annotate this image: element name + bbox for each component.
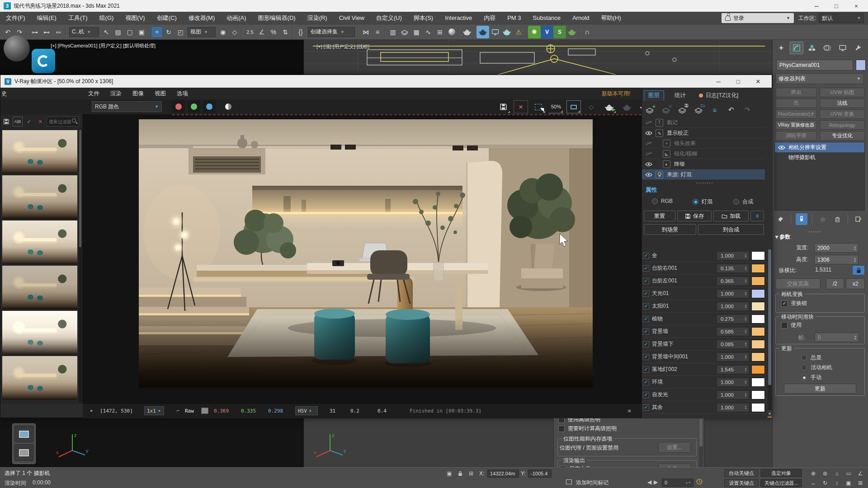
- material-editor-icon[interactable]: [446, 26, 458, 38]
- vfb-menu-image[interactable]: 图像: [127, 90, 149, 98]
- lightmix-row[interactable]: 全1.000▲▼: [643, 249, 765, 262]
- menu-modifiers[interactable]: 修改器(M): [183, 12, 221, 24]
- set-key-button[interactable]: 设置关键点: [724, 479, 759, 487]
- history-thumbnail[interactable]: [2, 311, 77, 355]
- lightmix-value-field[interactable]: 1.000▲▼: [717, 302, 749, 311]
- lightmix-color-swatch[interactable]: [751, 365, 765, 374]
- delete-layer-icon[interactable]: ×: [660, 104, 672, 115]
- layer-row-display-correction[interactable]: ∿显示校正: [642, 128, 765, 138]
- select-by-name-icon[interactable]: ▤: [112, 26, 124, 38]
- key-filters-button[interactable]: 关键点过滤器...: [760, 479, 802, 487]
- make-unique-icon[interactable]: ◎: [817, 213, 829, 225]
- to-composite-button[interactable]: 到合成: [698, 224, 764, 235]
- lightmix-row[interactable]: 天光011.000▲▼: [643, 287, 765, 300]
- named-selection-set-dropdown[interactable]: 创建选择集▼: [308, 27, 355, 37]
- lightmix-checkbox[interactable]: [643, 265, 649, 272]
- lightmix-row[interactable]: 落地灯0021.545▲▼: [643, 363, 765, 376]
- close-button[interactable]: ×: [846, 0, 866, 12]
- vfb-canvas[interactable]: [83, 114, 642, 404]
- lightmix-checkbox[interactable]: [643, 392, 649, 398]
- modifier-button-uvwxform[interactable]: UVW 变换: [820, 109, 865, 119]
- bind-spacewarp-icon[interactable]: ∾: [52, 26, 64, 38]
- history-thumbnail[interactable]: [2, 175, 77, 219]
- rendered-image[interactable]: [139, 119, 593, 388]
- next-key-icon[interactable]: ▶: [654, 479, 658, 485]
- lightmix-checkbox[interactable]: [643, 328, 649, 335]
- probe-size-dropdown[interactable]: 1x1▼: [144, 406, 164, 415]
- panel-splitter[interactable]: ••••••: [809, 230, 822, 234]
- palette-button-2[interactable]: [14, 444, 33, 461]
- double-button[interactable]: x2: [846, 278, 865, 289]
- transform-lock-checkbox[interactable]: [781, 300, 788, 307]
- schematic-view-icon[interactable]: ⊞: [434, 26, 446, 38]
- render-production-icon[interactable]: [501, 26, 513, 38]
- history-thumbnail[interactable]: [2, 130, 77, 174]
- lightmix-value-field[interactable]: 1.000▲▼: [717, 403, 749, 412]
- lightmix-color-swatch[interactable]: [751, 352, 765, 361]
- plugin-button[interactable]: [32, 49, 55, 73]
- current-frame-field[interactable]: 0▲▼: [662, 479, 693, 487]
- viewport-layout-icon[interactable]: ⊞: [854, 479, 866, 487]
- lightmix-checkbox[interactable]: [643, 404, 649, 411]
- menu-rendering[interactable]: 渲染(R): [302, 12, 333, 24]
- green-channel-icon[interactable]: [188, 100, 200, 113]
- render-last-icon[interactable]: ▶: [602, 100, 616, 113]
- lightmix-row[interactable]: 植物0.275▲▼: [643, 313, 765, 325]
- lightmix-scrollbar[interactable]: ▼: [768, 249, 772, 418]
- menu-content[interactable]: 内容: [478, 12, 501, 24]
- layer-row-sharpen-blur[interactable]: ◣锐化/模糊: [642, 149, 765, 159]
- lightmix-row[interactable]: 环境1.000▲▼: [643, 376, 765, 389]
- modifier-button-vray-displacement[interactable]: VRay 置换修改器: [775, 120, 817, 130]
- lightmix-color-swatch[interactable]: [751, 314, 765, 324]
- menu-graph-editors[interactable]: 图形编辑器(D): [252, 12, 302, 24]
- use-adv-lighting-row[interactable]: 使用高级照明: [558, 418, 600, 423]
- update-notice[interactable]: 新版本可用!: [602, 90, 630, 98]
- width-field[interactable]: 2000▲▼: [814, 243, 859, 253]
- lightmix-checkbox[interactable]: [643, 253, 649, 259]
- menu-substance[interactable]: Substance: [527, 12, 566, 24]
- modifier-button-floorgenerator[interactable]: FloorGenerator[才: [775, 109, 817, 119]
- tab-hierarchy-icon[interactable]: [805, 42, 819, 54]
- vfb-menu-view[interactable]: 视图: [149, 90, 171, 98]
- select-move-icon[interactable]: ＋: [151, 26, 163, 38]
- render-setup-icon[interactable]: [461, 26, 473, 38]
- radio-lightmix[interactable]: 灯混: [693, 198, 712, 206]
- history-scrollbar[interactable]: [79, 129, 82, 403]
- absolute-mode-icon[interactable]: ⊞: [467, 469, 476, 478]
- aspect-lock-button[interactable]: [852, 265, 865, 275]
- object-name-field[interactable]: PhysCamera001: [776, 60, 853, 70]
- tab-layers[interactable]: 图层: [644, 90, 664, 101]
- lightmix-value-field[interactable]: 0.085▲▼: [717, 340, 749, 349]
- tab-stats[interactable]: 统计: [670, 90, 690, 101]
- lightmix-value-field[interactable]: 0.275▲▼: [717, 314, 749, 324]
- ribbon-icon[interactable]: ▦: [410, 26, 422, 38]
- lightmix-row[interactable]: 背景墙下0.085▲▼: [643, 338, 765, 351]
- lightmix-row[interactable]: 背景墙0.585▲▼: [643, 325, 765, 338]
- menu-file[interactable]: 文件(F): [0, 12, 31, 24]
- menu-create[interactable]: 创建(C): [151, 12, 183, 24]
- zoom-level-button[interactable]: 50%: [549, 100, 563, 113]
- menu-scripting[interactable]: 脚本(S): [408, 12, 439, 24]
- use-checkbox[interactable]: [781, 322, 788, 328]
- lightmix-row[interactable]: 台阶右0010.135▲▼: [643, 262, 765, 275]
- select-link-icon[interactable]: ⊶: [29, 26, 41, 38]
- maximize-button[interactable]: □: [826, 0, 846, 12]
- zoom-icon[interactable]: ⊕: [807, 469, 819, 478]
- vfb-title-bar[interactable]: V V-Ray 帧缓冲区 - [50.0% of 2000 x 1306] ─ …: [0, 75, 772, 88]
- add-time-tag[interactable]: 添加时间标记: [576, 479, 609, 487]
- layer-row-source-lightmix[interactable]: 来源: 灯混: [642, 169, 765, 180]
- radio-manual[interactable]: [801, 375, 807, 380]
- remove-modifier-icon[interactable]: [831, 213, 843, 225]
- channel-dropdown[interactable]: RGB 颜色▼: [92, 101, 162, 112]
- lightmix-value-field[interactable]: 0.135▲▼: [717, 264, 749, 273]
- set-a-icon[interactable]: ✓: [24, 117, 34, 127]
- menu-interactive[interactable]: Interactive: [439, 12, 478, 24]
- layer-row-denoiser[interactable]: ◐降噪: [642, 159, 765, 169]
- lightmix-color-swatch[interactable]: [751, 251, 765, 260]
- pan-icon[interactable]: ↔: [807, 479, 819, 487]
- modifier-button-uvwmap[interactable]: UVW 贴图: [820, 88, 865, 97]
- select-scale-icon[interactable]: ◰: [175, 26, 186, 38]
- isolate-selection-icon[interactable]: ▣: [445, 469, 454, 478]
- layer-row-lens-effects[interactable]: +镜头效果: [642, 138, 765, 149]
- lightmix-color-swatch[interactable]: [751, 327, 765, 336]
